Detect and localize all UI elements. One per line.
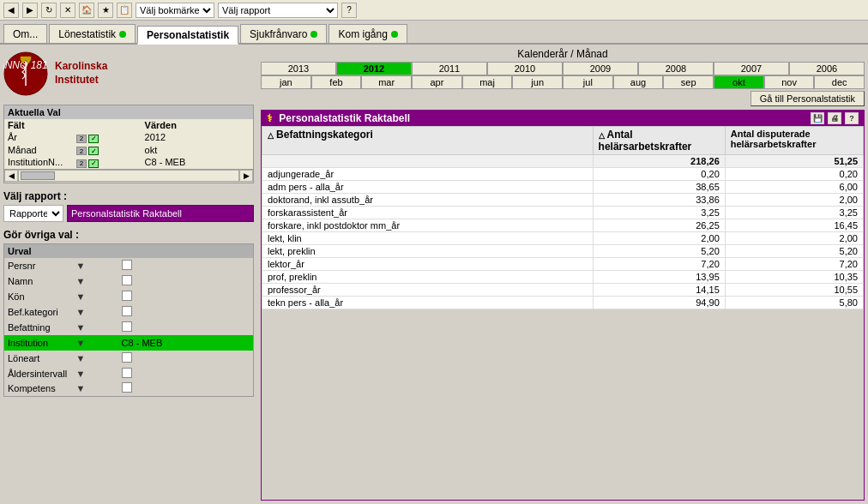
rapport-dropdown[interactable]: Rapporter — [3, 205, 63, 222]
month-feb[interactable]: feb — [311, 75, 362, 89]
stats-save-icon[interactable]: 💾 — [811, 112, 824, 124]
ki-logo-icon: ANNO 1810 — [3, 51, 48, 96]
urval-arrow-befkategori[interactable]: ▼ — [73, 304, 118, 320]
manad-icon: 2 — [76, 147, 87, 155]
month-maj[interactable]: maj — [462, 75, 513, 89]
category-4: forskare, inkl postdoktor mm_år — [262, 219, 594, 232]
year-2012[interactable]: 2012 — [336, 62, 412, 75]
col-antal-header[interactable]: △ Antal helärsarbetskrafter — [593, 127, 725, 155]
col-befattning-header[interactable]: △ Befattningskategori — [262, 127, 594, 155]
stats-row-8: prof, preklin 13,95 10,35 — [262, 271, 864, 284]
urval-arrow-institution[interactable]: ▼ — [73, 335, 118, 351]
goto-personalstatistik-button[interactable]: Gå till Personalstatistik — [750, 91, 865, 106]
month-aug[interactable]: aug — [613, 75, 664, 89]
urval-arrow-persnr[interactable]: ▼ — [73, 258, 118, 273]
category-8: prof, preklin — [262, 271, 594, 284]
urval-checkbox-kompetens[interactable] — [118, 381, 254, 397]
urval-arrow-befattning[interactable]: ▼ — [73, 320, 118, 335]
help-button[interactable]: ? — [341, 3, 357, 18]
month-jul[interactable]: jul — [563, 75, 613, 89]
aktuella-value-institution: C8 - MEB — [142, 156, 253, 169]
urval-checkbox-aldersintervall[interactable] — [118, 366, 254, 381]
home-button[interactable]: 🏠 — [79, 3, 94, 18]
valj-rapport-section: Välj rapport : Rapporter Personalstatist… — [3, 189, 254, 224]
urval-checkbox-befkategori[interactable] — [118, 304, 254, 320]
total-antal: 218,26 — [593, 155, 725, 168]
month-sep[interactable]: sep — [663, 75, 714, 89]
year-2011[interactable]: 2011 — [412, 62, 487, 75]
stats-row-3: forskarassistent_år 3,25 3,25 — [262, 207, 864, 219]
stats-row-6: lekt, preklin 5,20 5,20 — [262, 245, 864, 258]
year-2008[interactable]: 2008 — [638, 62, 714, 75]
bookmark-select[interactable]: Välj bokmärke — [136, 3, 214, 18]
col-val-spacer — [73, 119, 142, 131]
stats-table-title: ⚕ Personalstatistik Raktabell — [267, 112, 410, 124]
month-okt[interactable]: okt — [714, 75, 764, 89]
urval-checkbox-namn[interactable] — [118, 273, 254, 289]
month-mar[interactable]: mar — [361, 75, 412, 89]
stats-row-10: tekn pers - alla_år 94,90 5,80 — [262, 297, 864, 309]
report-select-row: Rapporter Personalstatistik Raktabell — [3, 205, 254, 222]
tab-personalstatistik[interactable]: Personalstatistik — [137, 26, 238, 45]
scrollbar-thumb — [21, 171, 55, 180]
scroll-right-btn[interactable]: ▶ — [239, 170, 253, 182]
tab-personalstatistik-label: Personalstatistik — [147, 29, 229, 41]
stop-button[interactable]: ✕ — [60, 3, 75, 18]
urval-arrow-loneart[interactable]: ▼ — [73, 351, 118, 366]
institution-icon: 2 — [76, 159, 87, 168]
back-button[interactable]: ◀ — [3, 3, 19, 18]
urval-arrow-kompetens[interactable]: ▼ — [73, 381, 118, 397]
year-2007[interactable]: 2007 — [714, 62, 789, 75]
urval-arrow-kon[interactable]: ▼ — [73, 289, 118, 304]
urval-checkbox-kon[interactable] — [118, 289, 254, 304]
urval-arrow-aldersintervall[interactable]: ▼ — [73, 366, 118, 381]
urval-field-kompetens: Kompetens — [4, 381, 73, 397]
month-dec[interactable]: dec — [814, 75, 865, 89]
month-nov[interactable]: nov — [764, 75, 815, 89]
tab-lonestatistik-label: Lönestatistik — [58, 28, 116, 40]
category-7: lektor_år — [262, 258, 594, 271]
antal-10: 94,90 — [593, 297, 725, 309]
antal-1: 38,65 — [593, 181, 725, 194]
year-2010[interactable]: 2010 — [487, 62, 563, 75]
stats-help-icon[interactable]: ? — [845, 112, 859, 124]
month-jun[interactable]: jun — [512, 75, 563, 89]
aktuella-value-ar: 2012 — [142, 131, 253, 144]
stats-print-icon[interactable]: 🖨 — [828, 112, 841, 124]
year-2009[interactable]: 2009 — [563, 62, 638, 75]
tab-lonestatistik[interactable]: Lönestatistik — [49, 24, 136, 43]
antal-7: 7,20 — [593, 258, 725, 271]
aktuella-row-manad: Månad 2 ✓ okt — [4, 144, 253, 157]
forward-button[interactable]: ▶ — [22, 3, 38, 18]
col-antal-disp-header[interactable]: Antal disputerade helärsarbetskrafter — [725, 127, 863, 155]
urval-checkbox-befattning[interactable] — [118, 320, 254, 335]
rapport-current-value: Personalstatistik Raktabell — [67, 205, 254, 222]
manad-indicator: 2 ✓ — [76, 147, 99, 155]
year-2013[interactable]: 2013 — [261, 62, 336, 75]
bookmark-icon-btn[interactable]: 📋 — [117, 3, 132, 18]
refresh-button[interactable]: ↻ — [41, 3, 57, 18]
disp-3: 3,25 — [725, 207, 863, 219]
antal-4: 26,25 — [593, 219, 725, 232]
valj-rapport-title: Välj rapport : — [3, 190, 254, 202]
tab-om[interactable]: Om... — [3, 24, 47, 43]
aktuella-field-manad: Månad — [4, 144, 73, 157]
urval-row-institution: Institution ▼ C8 - MEB — [4, 335, 254, 351]
report-select-bar[interactable]: Välj rapport — [218, 3, 338, 18]
urval-checkbox-persnr[interactable] — [118, 258, 254, 273]
aktuella-scrollbar[interactable]: ◀ ▶ — [4, 169, 253, 183]
category-1: adm pers - alla_år — [262, 181, 594, 194]
year-2006[interactable]: 2006 — [789, 62, 865, 75]
scroll-left-btn[interactable]: ◀ — [4, 170, 18, 182]
month-jan[interactable]: jan — [261, 75, 311, 89]
urval-arrow-namn[interactable]: ▼ — [73, 273, 118, 289]
sort-icon-antal: △ — [599, 131, 605, 140]
tab-komigång[interactable]: Kom igång — [329, 24, 407, 43]
urval-row-loneart: Löneart ▼ — [4, 351, 254, 366]
star-button[interactable]: ★ — [98, 3, 113, 18]
stats-header-icons: 💾 🖨 ? — [811, 112, 859, 124]
col-varden-header: Värden — [142, 119, 253, 131]
tab-sjukfranvaro[interactable]: Sjukfrånvaro — [240, 24, 327, 43]
urval-checkbox-loneart[interactable] — [118, 351, 254, 366]
month-apr[interactable]: apr — [412, 75, 462, 89]
